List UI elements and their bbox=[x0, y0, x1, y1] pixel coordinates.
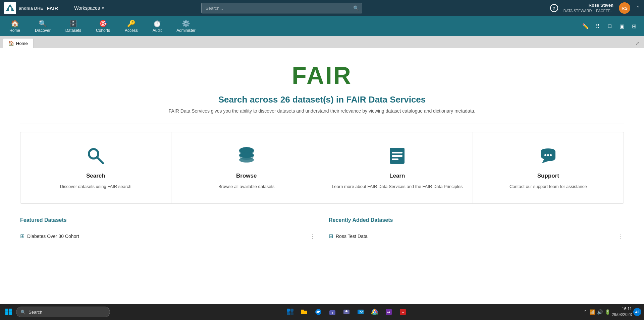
layout2-icon[interactable]: ⊞ bbox=[629, 21, 639, 31]
user-avatar[interactable]: RS bbox=[619, 2, 630, 14]
search-feature-title[interactable]: Search bbox=[86, 173, 105, 179]
featured-dataset-item-0[interactable]: ⊞ Diabetes Over 30 Cohort ⋮ bbox=[20, 229, 315, 244]
svg-text:iA: iA bbox=[387, 311, 391, 314]
discover-nav-icon: 🔍 bbox=[39, 19, 47, 27]
taskbar-ms-teams2[interactable] bbox=[340, 305, 353, 319]
layout1-icon[interactable]: ▣ bbox=[617, 21, 627, 31]
taskbar-teams[interactable]: T bbox=[326, 305, 339, 319]
taskbar-date-display: 29/03/2023 bbox=[612, 312, 632, 318]
search-feature-desc: Discover datasets using FAIR search bbox=[60, 183, 131, 190]
secondary-nav: 🏠 Home 🔍 Discover 🗄️ Datasets 🎯 Cohorts … bbox=[0, 16, 644, 36]
taskbar-sys-icons: ⌃ 📶 🔊 🔋 bbox=[583, 309, 610, 315]
svg-rect-9 bbox=[392, 155, 402, 157]
taskbar-explorer[interactable] bbox=[298, 305, 311, 319]
svg-point-11 bbox=[544, 154, 546, 156]
dots-icon[interactable]: ⠿ bbox=[593, 21, 602, 31]
user-role: DATA STEWARD + FACETE... bbox=[564, 8, 613, 13]
nav-datasets[interactable]: 🗄️ Datasets bbox=[59, 17, 88, 35]
main-area: 🏠 Home ⤢ FAIR Search across 26 dataset(s… bbox=[0, 36, 644, 304]
workspaces-button[interactable]: Workspaces ▼ bbox=[74, 5, 105, 11]
top-nav: andhia DRE FAIR Workspaces ▼ 🔍 ? Ross St… bbox=[0, 0, 644, 16]
nav-cohorts[interactable]: 🎯 Cohorts bbox=[89, 17, 117, 35]
nav-administer-label: Administer bbox=[176, 28, 196, 33]
support-feature-title[interactable]: Support bbox=[537, 173, 559, 179]
svg-rect-14 bbox=[5, 309, 8, 312]
taskbar-search-icon: 🔍 bbox=[20, 310, 26, 315]
nav-home[interactable]: 🏠 Home bbox=[3, 17, 27, 35]
recent-title: Recently Added Datasets bbox=[329, 217, 624, 223]
dataset-more-icon[interactable]: ⋮ bbox=[309, 233, 315, 240]
volume-icon[interactable]: 🔊 bbox=[597, 309, 603, 315]
help-button[interactable]: ? bbox=[550, 4, 558, 12]
support-feature-icon bbox=[538, 146, 558, 169]
audit-nav-icon: ⏱️ bbox=[153, 19, 161, 27]
global-search-input[interactable] bbox=[201, 3, 362, 13]
featured-dataset-name-0: Diabetes Over 30 Cohort bbox=[27, 234, 79, 239]
browse-feature-title[interactable]: Browse bbox=[236, 173, 257, 179]
user-name: Ross Stiven bbox=[564, 3, 613, 8]
nav-cohorts-label: Cohorts bbox=[96, 28, 110, 33]
recent-table-icon: ⊞ bbox=[329, 233, 333, 239]
dataset-table-icon: ⊞ bbox=[20, 233, 24, 239]
featured-datasets: Featured Datasets ⊞ Diabetes Over 30 Coh… bbox=[20, 217, 315, 244]
recent-dataset-item-0[interactable]: ⊞ Ross Test Data ⋮ bbox=[329, 229, 624, 244]
recent-datasets: Recently Added Datasets ⊞ Ross Test Data… bbox=[329, 217, 624, 244]
search-feature-icon bbox=[86, 146, 106, 169]
hero-divider bbox=[20, 124, 624, 124]
recent-item-left: ⊞ Ross Test Data bbox=[329, 233, 368, 239]
nav-audit[interactable]: ⏱️ Audit bbox=[146, 17, 168, 35]
feature-card-browse[interactable]: Browse Browse all available datasets bbox=[171, 132, 322, 203]
svg-rect-17 bbox=[9, 312, 12, 315]
administer-nav-icon: ⚙️ bbox=[182, 19, 190, 27]
svg-rect-8 bbox=[392, 152, 402, 153]
datasets-nav-icon: 🗄️ bbox=[69, 19, 77, 27]
nav-administer[interactable]: ⚙️ Administer bbox=[170, 17, 202, 35]
app-logo-text: andhia DRE bbox=[19, 6, 43, 11]
svg-rect-16 bbox=[5, 312, 8, 315]
fair-logo: FAIR bbox=[20, 62, 624, 89]
expand-icon[interactable]: ⌃ bbox=[636, 5, 640, 11]
nav-access[interactable]: 🔑 Access bbox=[118, 17, 145, 35]
taskbar-search[interactable]: 🔍 Search bbox=[16, 307, 110, 317]
toolbar-right: ✏️ ⠿ □ ▣ ⊞ bbox=[581, 21, 641, 31]
nav-audit-label: Audit bbox=[153, 28, 162, 33]
svg-rect-18 bbox=[287, 309, 290, 312]
nav-home-label: Home bbox=[9, 28, 20, 33]
recent-more-icon[interactable]: ⋮ bbox=[618, 233, 624, 240]
taskbar-ai-app[interactable]: iA bbox=[382, 305, 395, 319]
app-logo-icon bbox=[4, 2, 16, 14]
taskbar-edge[interactable] bbox=[312, 305, 325, 319]
feature-card-search[interactable]: Search Discover datasets using FAIR sear… bbox=[20, 132, 171, 203]
taskbar-widgets[interactable] bbox=[283, 305, 297, 319]
square-icon[interactable]: □ bbox=[605, 21, 614, 31]
learn-feature-icon bbox=[387, 146, 407, 169]
taskbar-red-app[interactable]: ✦ bbox=[396, 305, 410, 319]
wifi-icon[interactable]: 📶 bbox=[589, 309, 595, 315]
taskbar-clock[interactable]: 16:11 29/03/2023 bbox=[612, 306, 632, 318]
feature-card-learn[interactable]: Learn Learn more about FAIR Data Service… bbox=[322, 132, 473, 203]
home-nav-icon: 🏠 bbox=[11, 19, 19, 27]
taskbar-outlook[interactable] bbox=[354, 305, 367, 319]
feature-card-support[interactable]: Support Contact our support team for ass… bbox=[473, 132, 624, 203]
feature-grid: Search Discover datasets using FAIR sear… bbox=[20, 132, 624, 204]
svg-rect-19 bbox=[290, 309, 293, 312]
svg-point-12 bbox=[547, 154, 549, 156]
expand-tab-button[interactable]: ⤢ bbox=[633, 39, 641, 48]
svg-point-31 bbox=[374, 311, 376, 313]
user-info: Ross Stiven DATA STEWARD + FACETE... bbox=[564, 3, 613, 13]
browse-feature-icon bbox=[236, 146, 257, 169]
taskbar-chrome[interactable] bbox=[368, 305, 381, 319]
tab-home[interactable]: 🏠 Home bbox=[3, 38, 34, 48]
taskbar-notification[interactable]: 42 bbox=[633, 308, 641, 316]
nav-access-label: Access bbox=[125, 28, 138, 33]
nav-discover[interactable]: 🔍 Discover bbox=[28, 17, 57, 35]
start-button[interactable] bbox=[3, 306, 15, 318]
svg-rect-15 bbox=[9, 309, 12, 312]
battery-icon[interactable]: 🔋 bbox=[605, 309, 610, 315]
nav-discover-label: Discover bbox=[35, 28, 51, 33]
svg-rect-21 bbox=[290, 312, 293, 315]
pencil-icon[interactable]: ✏️ bbox=[581, 21, 590, 31]
taskbar-time-display: 16:11 bbox=[612, 306, 632, 312]
chevron-up-icon[interactable]: ⌃ bbox=[583, 309, 587, 315]
learn-feature-title[interactable]: Learn bbox=[389, 173, 405, 179]
